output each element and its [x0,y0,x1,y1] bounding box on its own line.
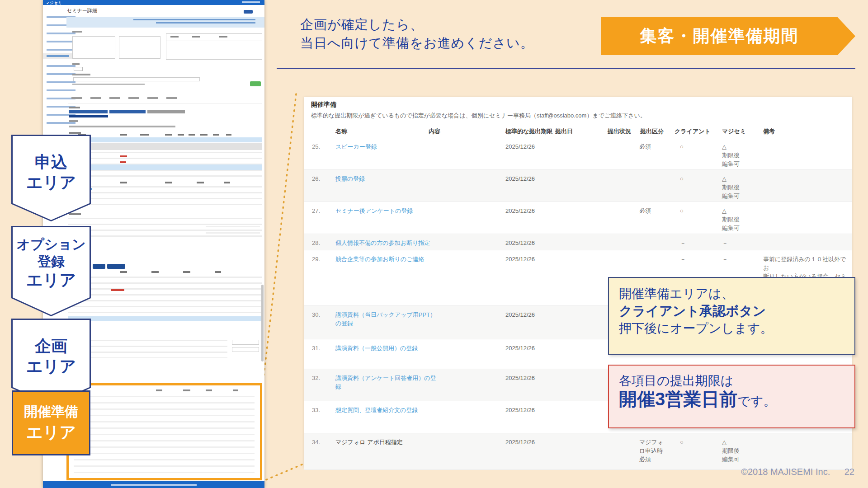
row-number: 34. [312,438,331,446]
slide-footer: ©2018 MAJISEMI Inc. 22 [723,467,854,477]
row-number: 31. [312,344,331,352]
panel-note: 標準的な提出期限が過ぎているもので指定が必要な場合は、個別にセミナー事務局（st… [311,112,646,120]
table-row: 27.セミナー後アンケートの登録2025/12/26必須○△ 期限後 編集可 [304,202,852,234]
ui-placeholder [69,340,227,358]
majisemi-mark: － [722,255,754,263]
deadline: 2025/12/26 [505,142,535,151]
app-logo: マジセミ [46,0,62,5]
area-label-apply: 申込 エリア [11,135,91,221]
item-name-link[interactable]: 講演資料（当日バックアップ用PPT）の登録 [335,310,439,328]
ui-placeholder [68,164,262,170]
ui-placeholder [232,340,259,345]
label-text: 開催準備 [24,402,78,421]
ui-placeholder [206,226,260,236]
ui-placeholder [200,134,208,136]
ui-placeholder [74,396,255,476]
ui-placeholder [128,97,139,99]
column-header: 提出状況 [608,127,631,136]
ui-placeholder [69,110,108,113]
column-header: 提出日 [555,127,573,136]
phase-banner: 集客・開催準備期間 [601,17,855,55]
ui-placeholder [120,161,126,163]
row-number: 25. [312,142,331,151]
deadline: 2025/12/26 [505,374,535,382]
callout-deadline: 各項目の提出期限は 開催3営業日前です。 [608,365,855,428]
client-mark: － [680,239,698,247]
intro-text: 企画が確定したら、 当日へ向けて準備をお進めください。 [300,15,534,52]
ui-placeholder [178,134,184,136]
callout-text: です。 [737,394,776,408]
deadline: 2025/12/26 [505,438,535,446]
item-name: マジフォロ アポ日程指定 [335,438,439,446]
item-name-link[interactable]: 講演資料（アンケート回答者用）の登録 [335,374,439,391]
ui-placeholder [189,134,195,136]
copyright: ©2018 MAJISEMI Inc. [741,467,830,477]
ui-placeholder [233,389,238,391]
item-name-link[interactable]: セミナー後アンケートの登録 [335,206,439,215]
ui-placeholder [165,182,172,183]
item-name-link[interactable]: 投票の登録 [335,174,439,183]
label-text: エリア [11,270,91,290]
header-divider [277,68,855,69]
ui-placeholder [213,134,219,136]
ui-placeholder [69,120,78,122]
ui-placeholder [71,97,82,99]
ui-placeholder [109,97,120,99]
label-text: 登録 [11,253,91,270]
column-header: 内容 [429,127,440,136]
ui-placeholder [119,36,160,59]
client-mark: ○ [680,438,698,446]
ui-placeholder [120,271,127,273]
client-mark: ○ [680,174,698,183]
item-name-link[interactable]: 個人情報不備の方の参加お断り指定 [335,239,439,247]
item-name-link[interactable]: 競合企業等の参加お断りのご連絡 [335,255,439,263]
ui-placeholder [242,1,260,3]
ui-placeholder [68,277,262,319]
ui-placeholder [120,155,127,157]
table-header: 名称内容標準的な提出期限提出日提出状況提出区分クライアントマジセミ備考 [304,122,852,138]
ui-placeholder [111,289,124,291]
item-name-link[interactable]: 講演資料（一般公開用）の登録 [335,344,439,352]
ui-placeholder [74,67,83,71]
ui-placeholder [166,97,177,99]
ui-placeholder [133,19,255,20]
majisemi-mark: △ 期限後 編集可 [722,174,754,200]
deadline: 2025/12/26 [505,174,535,183]
ui-placeholder [69,126,175,127]
ui-placeholder [166,41,262,41]
ui-placeholder [73,77,200,81]
deadline: 2025/12/26 [505,239,535,247]
ui-placeholder [197,182,204,183]
column-header: 名称 [335,127,347,136]
ui-placeholder [47,16,75,125]
row-number: 26. [312,174,331,183]
intro-line-2: 当日へ向けて準備をお進めください。 [300,34,534,52]
majisemi-mark: △ 期限後 編集可 [722,142,754,168]
ui-placeholder [170,36,179,38]
callout-text: 押下後にオープンします。 [619,320,854,337]
ui-placeholder [206,389,212,391]
ui-placeholder [166,33,262,60]
ui-placeholder [68,137,262,142]
ui-placeholder [68,186,262,210]
column-header: 備考 [763,127,775,136]
item-name-link[interactable]: 想定質問、登壇者紹介文の登録 [335,406,439,414]
ui-placeholder [147,97,158,99]
ui-placeholder [224,182,230,183]
callout-text: 各項目の提出期限は [619,372,854,390]
item-name-link[interactable]: スピーカー登録 [335,142,439,151]
submit-category: 必須 [639,206,672,215]
client-mark: － [680,255,698,263]
ui-placeholder [183,389,190,391]
ui-placeholder [156,22,255,23]
ui-placeholder [226,134,231,136]
majisemi-mark: － [722,239,754,247]
ui-placeholder [69,107,80,108]
ui-placeholder [109,110,146,113]
ui-placeholder [72,74,90,75]
label-text: オプション [11,236,91,253]
deadline: 2025/12/26 [505,310,535,319]
ui-placeholder [111,484,197,486]
deadline: 2025/12/26 [505,206,535,215]
ui-placeholder [215,271,221,273]
